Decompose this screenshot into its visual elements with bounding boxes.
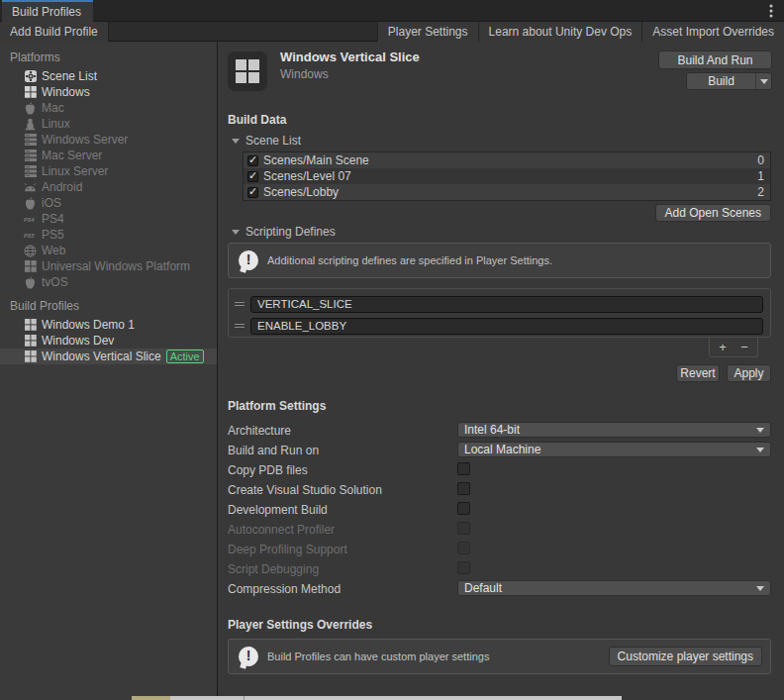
- ps5-icon: PS5: [24, 229, 37, 242]
- chevron-down-icon: [756, 586, 764, 591]
- sidebar-item-mac-server[interactable]: Mac Server: [0, 148, 217, 163]
- dropdown-value: Default: [464, 581, 502, 595]
- dropdown-value: Intel 64-bit: [464, 423, 520, 437]
- scene-list-foldout[interactable]: Scene List: [232, 134, 301, 148]
- sidebar-item-label: Mac Server: [42, 149, 102, 162]
- architecture-dropdown[interactable]: Intel 64-bit: [457, 422, 771, 438]
- sidebar-item-label: Web: [42, 244, 65, 257]
- profile-item-windows-demo-1[interactable]: Windows Demo 1: [0, 317, 217, 333]
- scene-checkbox[interactable]: ✓: [247, 155, 258, 166]
- windows-icon: [24, 350, 37, 363]
- setting-row-development-build: Development Build: [228, 500, 771, 520]
- scripting-defines-info-text: Additional scripting defines are specifi…: [267, 254, 762, 266]
- development-build-checkbox[interactable]: [457, 502, 470, 515]
- sidebar-item-tvos[interactable]: tvOS: [0, 274, 217, 290]
- sidebar-item-windows-server[interactable]: Windows Server: [0, 132, 217, 148]
- scene-checkbox[interactable]: ✓: [247, 187, 258, 198]
- drag-handle-icon[interactable]: [235, 300, 245, 308]
- setting-row-copy-pdb-files: Copy PDB files: [228, 460, 771, 480]
- kebab-menu-icon[interactable]: [764, 4, 778, 18]
- sidebar-item-scene-list[interactable]: Scene List: [0, 68, 217, 84]
- create-visual-studio-solution-checkbox[interactable]: [457, 482, 470, 495]
- platforms-header: Platforms: [10, 50, 217, 64]
- compression-method-dropdown[interactable]: Default: [457, 580, 771, 596]
- main-panel: Windows Vertical Slice Windows Build And…: [219, 42, 784, 700]
- build-dropdown-arrow[interactable]: [755, 73, 771, 89]
- scene-row[interactable]: ✓Scenes/Main Scene0: [244, 152, 770, 168]
- define-row: [229, 315, 770, 337]
- scene-row[interactable]: ✓Scenes/Lobby2: [244, 184, 770, 200]
- scene-name: Scenes/Level 07: [263, 169, 757, 183]
- player-overrides-infobox: Build Profiles can have custom player se…: [228, 639, 771, 674]
- sidebar-item-web[interactable]: Web: [0, 243, 217, 258]
- foldout-triangle-icon: [232, 230, 240, 235]
- setting-label: Create Visual Studio Solution: [228, 483, 382, 497]
- customize-player-settings-button[interactable]: Customize player settings: [609, 647, 762, 666]
- foldout-triangle-icon: [232, 139, 240, 144]
- build-button-label[interactable]: Build: [687, 74, 755, 88]
- scene-list-box: ✓Scenes/Main Scene0✓Scenes/Level 071✓Sce…: [243, 151, 771, 201]
- build-data-header: Build Data: [228, 113, 286, 127]
- setting-label: Architecture: [228, 424, 291, 438]
- profile-item-windows-dev[interactable]: Windows Dev: [0, 333, 217, 349]
- sidebar-item-label: iOS: [42, 196, 61, 210]
- learn-about-unity-dev-ops-button[interactable]: Learn about Unity Dev Ops: [478, 22, 642, 42]
- build-profiles-header: Build Profiles: [10, 299, 217, 313]
- sidebar-item-universal-windows-platform[interactable]: Universal Windows Platform: [0, 258, 217, 274]
- toolbar-right-group: Player SettingsLearn about Unity Dev Ops…: [377, 22, 784, 42]
- sidebar-item-mac[interactable]: Mac: [0, 100, 217, 116]
- sidebar: Platforms Scene ListWindowsMacLinuxWindo…: [0, 42, 218, 700]
- checkmark-icon: ✓: [248, 153, 257, 166]
- scene-name: Scenes/Lobby: [263, 185, 757, 199]
- profile-item-windows-vertical-slice[interactable]: Windows Vertical SliceActive: [0, 349, 217, 364]
- setting-row-architecture: ArchitectureIntel 64-bit: [228, 421, 771, 441]
- define-field[interactable]: [250, 318, 763, 335]
- sidebar-item-ios[interactable]: iOS: [0, 195, 217, 211]
- scene-checkbox[interactable]: ✓: [247, 171, 258, 182]
- scripting-defines-foldout[interactable]: Scripting Defines: [232, 225, 336, 239]
- scene-row[interactable]: ✓Scenes/Level 071: [244, 168, 770, 184]
- add-define-button[interactable]: +: [712, 339, 734, 356]
- sidebar-item-ps5[interactable]: PS5PS5: [0, 227, 217, 243]
- add-build-profile-button[interactable]: Add Build Profile: [0, 22, 109, 42]
- build-and-run-on-dropdown[interactable]: Local Machine: [457, 442, 771, 457]
- sidebar-item-ps4[interactable]: PS4PS4: [0, 211, 217, 227]
- asset-import-overrides-button[interactable]: Asset Import Overrides: [641, 22, 784, 42]
- platforms-list: Scene ListWindowsMacLinuxWindows ServerM…: [0, 68, 217, 290]
- sidebar-item-label: Android: [42, 180, 82, 194]
- copy-pdb-files-checkbox[interactable]: [457, 462, 470, 475]
- build-and-run-button[interactable]: Build And Run: [658, 50, 772, 69]
- info-exclamation-icon: [239, 250, 258, 270]
- sidebar-item-label: Universal Windows Platform: [42, 259, 190, 273]
- scene-name: Scenes/Main Scene: [263, 153, 757, 167]
- sidebar-item-linux[interactable]: Linux: [0, 116, 217, 132]
- apply-button[interactable]: Apply: [727, 364, 771, 382]
- sidebar-item-label: Windows: [42, 85, 90, 99]
- add-open-scenes-button[interactable]: Add Open Scenes: [655, 204, 771, 222]
- setting-label: Copy PDB files: [228, 463, 308, 477]
- remove-define-button[interactable]: −: [734, 339, 755, 356]
- chevron-down-icon: [756, 428, 764, 433]
- build-button[interactable]: Build: [686, 72, 772, 90]
- chevron-down-icon: [756, 448, 764, 452]
- drag-handle-icon[interactable]: [235, 322, 245, 330]
- tab-label: Build Profiles: [12, 5, 81, 19]
- apple-icon: [24, 197, 37, 210]
- player-settings-button[interactable]: Player Settings: [377, 22, 478, 42]
- globe-icon: [24, 245, 37, 257]
- svg-text:PS5: PS5: [24, 233, 35, 239]
- sidebar-item-label: Linux: [42, 117, 70, 131]
- tab-build-profiles[interactable]: Build Profiles: [2, 0, 93, 22]
- setting-row-autoconnect-profiler: Autoconnect Profiler: [228, 520, 771, 540]
- setting-row-create-visual-studio-solution: Create Visual Studio Solution: [228, 480, 771, 500]
- sidebar-item-linux-server[interactable]: Linux Server: [0, 163, 217, 179]
- scene-index: 0: [757, 153, 764, 167]
- checkmark-icon: ✓: [248, 185, 257, 198]
- sidebar-item-windows[interactable]: Windows: [0, 84, 217, 100]
- define-field[interactable]: [250, 296, 763, 313]
- revert-button[interactable]: Revert: [676, 364, 720, 382]
- checkmark-icon: ✓: [248, 169, 257, 182]
- ps4-icon: PS4: [24, 213, 37, 226]
- active-badge: Active: [166, 350, 204, 363]
- sidebar-item-android[interactable]: Android: [0, 179, 217, 195]
